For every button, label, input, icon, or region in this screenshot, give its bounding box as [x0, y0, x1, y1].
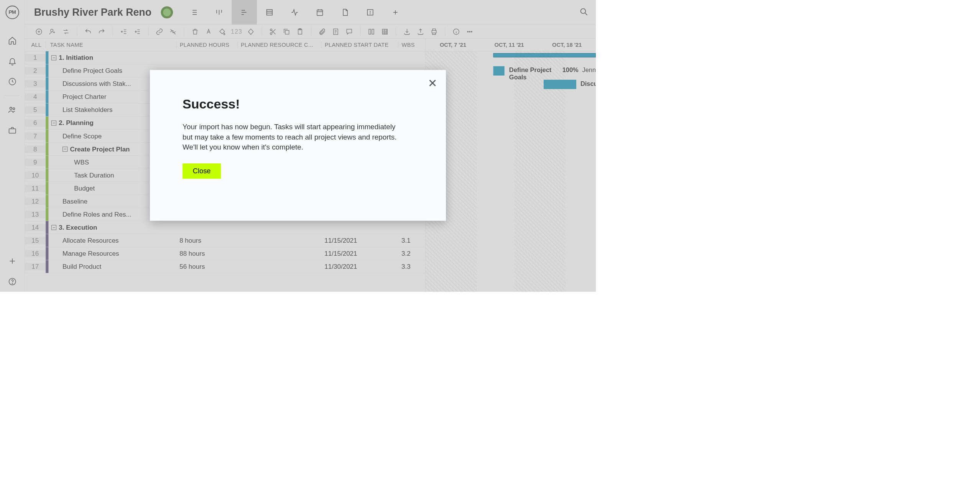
success-modal: ✕ Success! Your import has now begun. Ta… — [150, 70, 446, 220]
modal-overlay: ✕ Success! Your import has now begun. Ta… — [0, 0, 596, 292]
close-button[interactable]: Close — [183, 163, 221, 179]
close-icon[interactable]: ✕ — [428, 78, 437, 89]
modal-title: Success! — [183, 97, 413, 112]
modal-body: Your import has now begun. Tasks will st… — [183, 122, 397, 152]
